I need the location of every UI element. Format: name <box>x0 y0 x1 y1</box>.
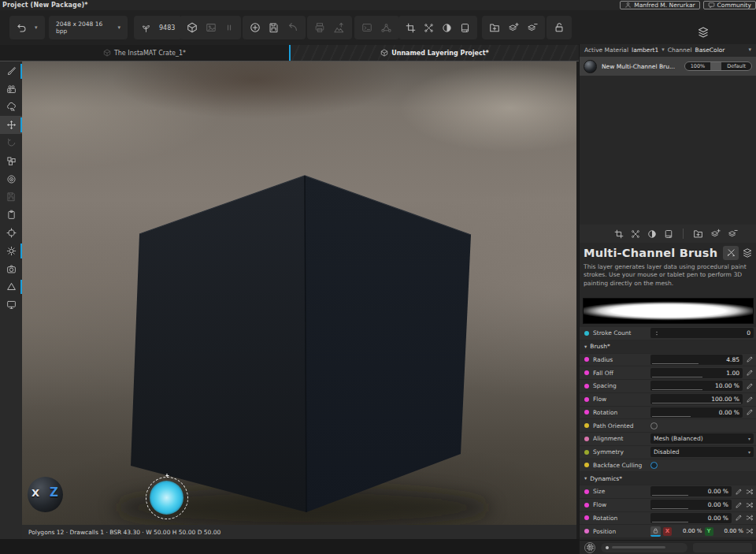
material-dropdown[interactable]: lambert1 <box>632 46 658 54</box>
save-button[interactable] <box>269 22 280 33</box>
chevron-down-icon[interactable]: ▾ <box>748 47 751 53</box>
lock-button[interactable] <box>554 22 565 33</box>
tool-snapping[interactable] <box>0 152 22 170</box>
seed-value[interactable]: 9483 <box>159 24 175 32</box>
tool-paint-brush[interactable] <box>0 62 22 80</box>
layers-panel-button[interactable] <box>697 26 710 39</box>
gizmo-z-axis-label[interactable]: Z <box>50 485 58 500</box>
symmetry-dropdown[interactable]: Disabled ▾ <box>650 447 754 457</box>
position-lock-button[interactable] <box>650 526 661 537</box>
pencil-icon[interactable] <box>735 501 743 509</box>
export-button[interactable] <box>333 22 345 34</box>
spacing-input[interactable]: 10.00 % <box>650 381 743 391</box>
layer-opacity[interactable]: 100% <box>685 63 711 69</box>
tab-instamat-crate[interactable]: The InstaMAT Crate_1* <box>0 45 289 61</box>
stepper-icon[interactable] <box>654 330 660 336</box>
device-button[interactable] <box>314 22 325 33</box>
tool-mesh-display[interactable] <box>0 278 22 296</box>
viewport-3d[interactable]: X Z <box>22 61 576 525</box>
pattern-button[interactable] <box>631 229 640 239</box>
slider-handle[interactable] <box>606 546 609 549</box>
crop-button[interactable] <box>406 23 416 33</box>
shuffle-icon[interactable] <box>746 501 754 509</box>
alignment-dropdown[interactable]: Mesh (Balanced) ▾ <box>650 433 754 444</box>
position-y-value[interactable]: 0.00 % <box>716 528 744 534</box>
pencil-icon[interactable] <box>746 369 754 377</box>
position-x-value[interactable]: 0.00 % <box>674 528 702 534</box>
view-2d-button[interactable] <box>206 22 217 33</box>
redo-button[interactable] <box>287 22 298 33</box>
footer-input-box[interactable] <box>693 543 752 552</box>
shuffle-icon[interactable] <box>746 514 754 522</box>
rotation-input[interactable]: 0.00 % <box>650 407 743 418</box>
crop-button[interactable] <box>614 229 624 239</box>
backface-culling-toggle[interactable] <box>650 462 658 469</box>
tab-unnamed-layering-project[interactable]: Unnamed Layering Project* <box>291 45 579 61</box>
add-layer-button[interactable] <box>710 229 721 239</box>
new-folder-button[interactable] <box>489 22 500 33</box>
layer-stack-button[interactable] <box>742 247 753 258</box>
footer-slider[interactable] <box>601 543 687 552</box>
gizmo-x-axis-label[interactable]: X <box>32 487 39 499</box>
pattern-button[interactable] <box>424 23 434 33</box>
tool-rotate[interactable] <box>0 134 22 152</box>
new-folder-button[interactable] <box>693 229 703 239</box>
navigation-gizmo[interactable]: X Z <box>28 477 63 512</box>
pencil-icon[interactable] <box>735 514 743 522</box>
undo-button[interactable] <box>17 23 27 33</box>
tool-focus[interactable] <box>0 224 22 242</box>
radius-input[interactable]: 4.85 <box>650 355 743 365</box>
tool-projection[interactable] <box>0 80 22 99</box>
tool-clipboard[interactable] <box>0 206 22 224</box>
layer-list-item[interactable]: New Multi-Channel Bru... 100% Default <box>580 57 756 76</box>
pencil-icon[interactable] <box>746 355 754 363</box>
group-header-dynamics[interactable]: ▾ Dynamics* <box>580 472 756 485</box>
library-button[interactable] <box>664 229 673 239</box>
undo-history-chevron[interactable]: ▾ <box>35 25 38 31</box>
tool-eraser[interactable] <box>0 99 22 117</box>
pencil-icon[interactable] <box>746 382 754 390</box>
layer-settings-pill[interactable]: 100% Default <box>684 61 752 71</box>
layer-blend-mode[interactable]: Default <box>721 63 751 69</box>
pencil-icon[interactable] <box>746 396 754 403</box>
contrast-button[interactable] <box>442 23 452 33</box>
user-account-button[interactable]: Manfred M. Nerurkar <box>620 1 699 9</box>
stroke-count-input[interactable]: 0 <box>650 328 754 338</box>
contrast-button[interactable] <box>647 229 657 239</box>
gpu-chip-button[interactable] <box>584 542 595 553</box>
community-button[interactable]: Community <box>703 1 756 9</box>
remove-layer-button[interactable] <box>527 22 538 33</box>
random-seed-button[interactable] <box>141 23 151 33</box>
dynamics-rotation-input[interactable]: 0.00 % <box>650 513 732 523</box>
stroke-preview[interactable] <box>583 298 754 324</box>
fall-off-input[interactable]: 1.00 <box>650 368 743 378</box>
cube-mesh[interactable] <box>22 61 576 525</box>
shuffle-icon[interactable] <box>746 488 754 496</box>
channel-dropdown[interactable]: BaseColor <box>695 46 725 54</box>
remove-layer-button[interactable] <box>728 229 738 239</box>
chevron-down-icon[interactable]: ▾ <box>662 47 665 53</box>
library-button[interactable] <box>460 23 470 33</box>
node-graph-button[interactable] <box>380 22 392 34</box>
paint-tools-button[interactable] <box>723 246 739 260</box>
shuffle-icon[interactable] <box>746 527 754 535</box>
resolution-dropdown[interactable]: 2048 x 2048 16 bpp ▾ <box>49 16 128 39</box>
tool-save-state[interactable] <box>0 188 22 206</box>
flow-input[interactable]: 100.00 % <box>650 394 743 404</box>
split-view-button[interactable] <box>224 23 234 32</box>
view-3d-button[interactable] <box>187 22 198 33</box>
group-header-brush[interactable]: ▾ Brush* <box>580 340 756 354</box>
pencil-icon[interactable] <box>746 408 754 416</box>
dynamics-flow-input[interactable]: 0.00 % <box>650 500 732 510</box>
dynamics-size-input[interactable]: 0.00 % <box>650 486 732 496</box>
console-button[interactable] <box>361 22 372 33</box>
tool-move[interactable] <box>0 116 22 134</box>
tool-camera[interactable] <box>0 260 22 278</box>
new-button[interactable] <box>250 22 261 33</box>
add-layer-button[interactable] <box>508 22 519 33</box>
pencil-icon[interactable] <box>735 488 743 496</box>
tool-display-output[interactable] <box>0 296 22 314</box>
path-oriented-toggle[interactable] <box>650 422 658 429</box>
tool-falloff[interactable] <box>0 170 22 188</box>
tool-viewport-settings[interactable] <box>0 242 22 260</box>
